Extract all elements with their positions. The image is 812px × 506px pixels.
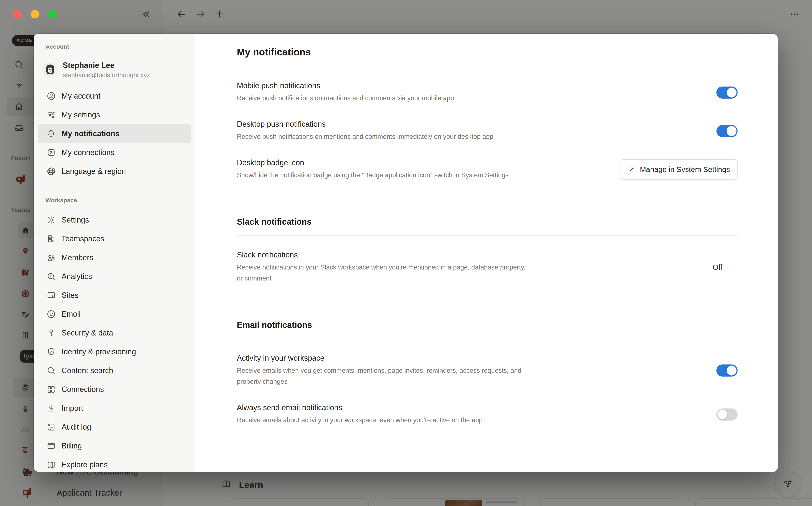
settings-nav-audit-log[interactable]: Audit log <box>38 418 191 436</box>
section-heading-email-notifications: Email notifications <box>237 320 737 330</box>
setting-title: Always send email notifications <box>237 403 541 412</box>
building-icon <box>46 234 56 244</box>
close-window-button[interactable] <box>13 10 21 18</box>
toggle-knob <box>717 410 727 419</box>
settings-content: My notificationsMobile push notification… <box>195 34 778 472</box>
settings-nav-teamspaces[interactable]: Teamspaces <box>38 229 191 248</box>
settings-nav-my-settings[interactable]: My settings <box>38 105 191 124</box>
section-heading-my-notifications: My notifications <box>237 46 737 58</box>
setting-description: Show/hide the notification badge using t… <box>237 170 533 181</box>
credit-card-icon <box>46 441 56 451</box>
setting-row-slack-notifications: Slack notificationsReceive notifications… <box>237 250 737 284</box>
user-name: Stephanie Lee <box>63 61 150 70</box>
key-icon <box>46 328 56 338</box>
minimize-window-button[interactable] <box>31 10 39 18</box>
always-send-email-notifications-toggle[interactable] <box>716 409 737 421</box>
settings-nav-connections[interactable]: Connections <box>38 380 191 399</box>
setting-title: Desktop badge icon <box>237 158 541 167</box>
browser-cursor-icon <box>46 290 56 300</box>
scroll-icon <box>46 422 56 432</box>
toggle-knob <box>727 365 736 375</box>
setting-row-always-send-email-notifications: Always send email notificationsReceive e… <box>237 403 737 426</box>
setting-title: Desktop push notifications <box>237 120 541 129</box>
person-circle-icon <box>46 91 56 101</box>
settings-nav-members[interactable]: Members <box>38 248 191 267</box>
traffic-lights <box>13 10 57 18</box>
gear-icon <box>46 215 56 225</box>
toggle-knob <box>727 88 736 97</box>
section-divider <box>237 65 737 65</box>
settings-section: Slack notificationsSlack notificationsRe… <box>237 217 737 284</box>
workspace-section-label: Workspace <box>45 197 77 204</box>
account-section-label: Account <box>45 44 69 50</box>
section-divider <box>237 339 737 339</box>
arrow-up-right-icon <box>628 165 636 173</box>
settings-nav-emoji[interactable]: Emoji <box>38 305 191 323</box>
magnifier-icon <box>46 366 56 375</box>
setting-title: Slack notifications <box>237 250 541 259</box>
arrow-down-icon <box>46 403 56 413</box>
setting-title: Activity in your workspace <box>237 354 541 362</box>
settings-nav-import[interactable]: Import <box>38 399 191 418</box>
settings-nav-identity-provisioning[interactable]: Identity & provisioning <box>38 342 191 361</box>
settings-nav-settings[interactable]: Settings <box>38 210 191 229</box>
grid-icon <box>46 385 56 394</box>
section-heading-slack-notifications: Slack notifications <box>237 217 737 227</box>
settings-section: Email notificationsActivity in your work… <box>237 320 737 426</box>
screen: ACME SNHIAClykaPNew Hire OnboardingAppli… <box>0 0 812 506</box>
setting-description: Receive emails when you get comments, me… <box>237 365 533 387</box>
setting-row-activity-in-your-workspace: Activity in your workspaceReceive emails… <box>237 354 737 387</box>
setting-description: Receive push notifications on mentions a… <box>237 131 533 142</box>
slack-notifications-select[interactable]: Off <box>713 263 732 271</box>
settings-nav-my-notifications[interactable]: My notifications <box>38 124 191 143</box>
globe-icon <box>46 166 56 176</box>
map-icon <box>46 460 56 470</box>
settings-nav-content-search[interactable]: Content search <box>38 361 191 380</box>
desktop-push-notifications-toggle[interactable] <box>716 125 737 137</box>
setting-description: Receive notifications in your Slack work… <box>237 262 533 284</box>
setting-description: Receive push notifications on mentions a… <box>237 93 533 104</box>
chevron-down-icon <box>725 264 732 271</box>
arrow-box-icon <box>46 148 56 157</box>
settings-nav-language-region[interactable]: Language & region <box>38 162 191 181</box>
settings-nav-my-connections[interactable]: My connections <box>38 143 191 162</box>
settings-nav-sites[interactable]: Sites <box>38 286 191 305</box>
settings-nav-security-data[interactable]: Security & data <box>38 323 191 342</box>
toggle-knob <box>727 126 736 136</box>
settings-modal: Account Stephanie Lee stephanie@toolsfor… <box>34 34 778 472</box>
setting-description: Receive emails about activity in your wo… <box>237 415 533 426</box>
mobile-push-notifications-toggle[interactable] <box>716 87 737 99</box>
smiley-icon <box>46 309 56 319</box>
settings-nav-billing[interactable]: Billing <box>38 436 191 455</box>
bell-icon <box>46 129 56 139</box>
people-icon <box>46 253 56 262</box>
settings-nav-analytics[interactable]: Analytics <box>38 267 191 286</box>
account-user[interactable]: Stephanie Lee stephanie@toolsforthought.… <box>43 61 150 79</box>
activity-in-your-workspace-toggle[interactable] <box>716 364 737 376</box>
setting-row-desktop-badge-icon: Desktop badge iconShow/hide the notifica… <box>237 158 737 181</box>
zoom-window-button[interactable] <box>48 10 57 18</box>
setting-row-mobile-push-notifications: Mobile push notificationsReceive push no… <box>237 81 737 104</box>
settings-sidebar: Account Stephanie Lee stephanie@toolsfor… <box>34 34 195 472</box>
setting-row-desktop-push-notifications: Desktop push notificationsReceive push n… <box>237 120 737 142</box>
avatar <box>43 63 57 77</box>
magnifier-sparkle-icon <box>46 272 56 281</box>
setting-title: Mobile push notifications <box>237 81 541 90</box>
settings-nav-explore-plans[interactable]: Explore plans <box>38 455 191 472</box>
user-email: stephanie@toolsforthought.xyz <box>63 71 150 79</box>
shield-check-icon <box>46 347 56 357</box>
sliders-icon <box>46 110 56 120</box>
settings-nav-my-account[interactable]: My account <box>38 87 191 105</box>
manage-in-system-settings-button[interactable]: Manage in System Settings <box>620 159 737 180</box>
settings-section: My notificationsMobile push notification… <box>237 46 737 181</box>
